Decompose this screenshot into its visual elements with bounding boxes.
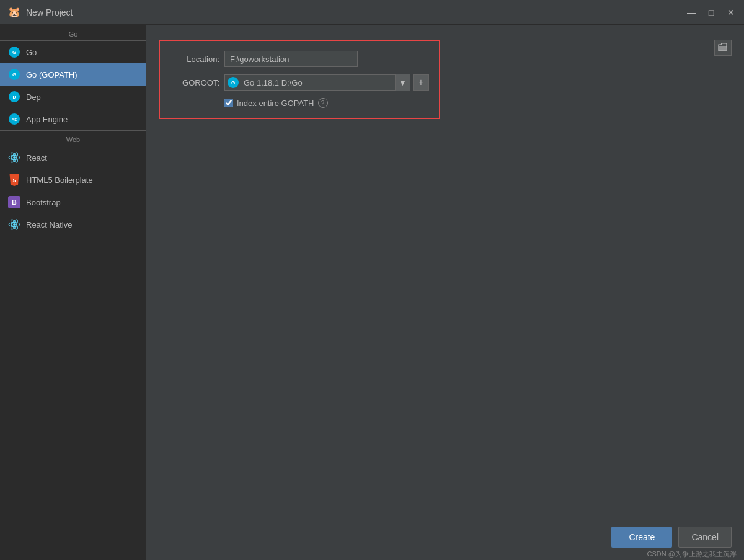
sidebar-item-react-label: React [26,153,47,162]
main-layout: Go G Go G Go (GOPATH) [0,25,744,560]
svg-text:G: G [12,50,16,55]
sidebar-item-go[interactable]: G Go [0,41,146,63]
sidebar-item-react-native-label: React Native [26,220,72,229]
svg-text:5: 5 [12,177,16,184]
svg-point-16 [13,223,16,226]
sidebar-item-dep-label: Dep [26,92,41,102]
sidebar-item-app-engine[interactable]: AE App Engine [0,108,146,130]
sidebar: Go G Go G Go (GOPATH) [0,25,146,560]
bootstrap-icon: B [7,195,21,209]
sidebar-section-web: Web [0,130,146,146]
location-row: Location: [170,51,429,67]
go-icon: G [7,45,21,59]
location-label: Location: [170,55,219,64]
app-logo: 🐹 [7,6,21,19]
title-bar: 🐹 New Project — □ ✕ [0,0,744,25]
svg-text:D: D [12,95,16,99]
folder-browse-button[interactable] [714,40,732,56]
form-panel: Location: GOROOT: G Go 1.18.1 D:\Go [159,40,440,119]
sidebar-item-app-engine-label: App Engine [26,115,68,124]
content-area: Location: GOROOT: G Go 1.18.1 D:\Go [146,25,744,560]
svg-text:G: G [12,72,16,78]
goroot-label: GOROOT: [170,78,219,87]
sidebar-item-react[interactable]: React [0,146,146,169]
watermark: CSDN @为争上游之我主沉浮 [647,549,737,559]
html5-icon: 5 [7,173,21,187]
goroot-select[interactable]: G Go 1.18.1 D:\Go ▼ [224,74,410,91]
gopher-icon: G [226,76,240,89]
index-gopath-group: Index entire GOPATH ? [224,98,328,108]
sidebar-item-go-gopath-label: Go (GOPATH) [26,70,78,79]
svg-text:B: B [12,198,17,206]
dep-icon: D [7,90,21,104]
location-input[interactable] [224,51,358,67]
sidebar-item-dep[interactable]: D Dep [0,86,146,108]
react-icon [7,151,21,164]
sidebar-item-html5-label: HTML5 Boilerplate [26,176,93,185]
svg-text:G: G [231,80,235,86]
window-controls: — □ ✕ [686,7,737,18]
cancel-button[interactable]: Cancel [678,527,732,548]
create-button[interactable]: Create [611,527,672,548]
svg-point-8 [13,156,16,159]
svg-text:AE: AE [12,118,17,122]
sidebar-item-bootstrap-label: Bootstrap [26,198,61,207]
bottom-buttons: Create Cancel [611,527,732,548]
go-gopath-icon: G [7,68,21,81]
app-engine-icon: AE [7,112,21,126]
index-gopath-label: Index entire GOPATH [237,99,314,108]
help-icon[interactable]: ? [318,98,328,108]
goroot-dropdown-arrow[interactable]: ▼ [395,74,410,91]
sidebar-item-go-gopath[interactable]: G Go (GOPATH) [0,63,146,86]
window-title: New Project [26,7,686,17]
index-gopath-row: Index entire GOPATH ? [170,98,429,108]
goroot-value: Go 1.18.1 D:\Go [241,78,395,87]
sidebar-item-react-native[interactable]: React Native [0,213,146,236]
goroot-add-button[interactable]: + [413,74,429,91]
minimize-button[interactable]: — [686,7,697,18]
sidebar-item-html5-boilerplate[interactable]: 5 HTML5 Boilerplate [0,169,146,191]
goroot-row: GOROOT: G Go 1.18.1 D:\Go ▼ + [170,74,429,91]
goroot-select-group: G Go 1.18.1 D:\Go ▼ + [224,74,429,91]
react-native-icon [7,218,21,231]
maximize-button[interactable]: □ [706,7,717,18]
index-gopath-checkbox[interactable] [224,99,233,107]
sidebar-item-go-label: Go [26,48,37,57]
sidebar-section-go: Go [0,25,146,41]
close-button[interactable]: ✕ [725,7,737,18]
sidebar-item-bootstrap[interactable]: B Bootstrap [0,191,146,213]
